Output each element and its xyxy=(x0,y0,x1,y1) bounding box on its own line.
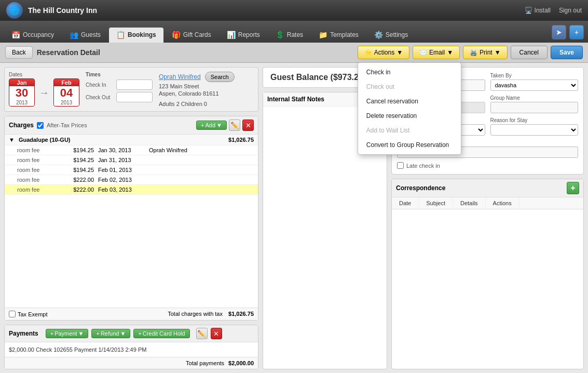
charge-row-highlighted[interactable]: room fee $222.00 Feb 03, 2013 xyxy=(5,185,258,195)
menu-delete-reservation[interactable]: Delete reservation xyxy=(358,109,461,123)
guest-address2: Aspen, Colorado 81611 xyxy=(159,90,254,97)
menu-add-waitlist: Add to Wait List xyxy=(358,123,461,138)
menu-check-out: Check out xyxy=(358,79,461,94)
refund-chevron-icon: ▼ xyxy=(120,330,126,337)
star-icon: ⭐ xyxy=(364,49,372,56)
guest-address1: 123 Main Street xyxy=(159,83,254,89)
page-title: Reservation Detail xyxy=(37,48,100,57)
date-arrow-icon: → xyxy=(39,87,49,99)
correspondence-header: Correspondence + xyxy=(392,179,583,197)
tax-exempt-row: Tax Exempt xyxy=(9,311,47,317)
signout-button[interactable]: Sign out xyxy=(559,7,582,14)
payments-body: $2,000.00 Check 102655 Payment 1/14/2013… xyxy=(5,342,258,357)
install-button[interactable]: 🖥️ Install xyxy=(525,7,551,14)
payments-edit-button[interactable]: ✏️ xyxy=(196,328,208,339)
charges-edit-button[interactable]: ✏️ xyxy=(229,119,240,131)
print-icon: 🖨️ xyxy=(470,49,477,56)
reason-select[interactable] xyxy=(490,124,579,136)
late-checkin-checkbox[interactable] xyxy=(397,162,404,169)
guest-search-button[interactable]: Search xyxy=(205,72,235,82)
plus-icon: + xyxy=(96,330,99,337)
plus-icon: + xyxy=(50,330,53,337)
app-logo: 🌐 xyxy=(6,2,23,19)
x-icon: ✕ xyxy=(245,122,251,129)
corr-tab-subject[interactable]: Subject xyxy=(419,197,453,209)
checkin-time-input[interactable] xyxy=(116,79,153,90)
charges-delete-button[interactable]: ✕ xyxy=(242,119,254,131)
templates-icon: 📁 xyxy=(319,31,327,39)
nav-tab-settings[interactable]: ⚙️ Settings xyxy=(367,28,415,43)
guests-icon: 👥 xyxy=(70,31,78,39)
chevron-down-icon: ▼ xyxy=(396,49,403,56)
payments-section: Payments + Payment ▼ + Refund ▼ + Credit… xyxy=(4,325,258,369)
guest-section: Oprah Winifred Search 123 Main Street As… xyxy=(159,72,254,107)
cancel-button[interactable]: Cancel xyxy=(511,46,548,59)
charge-row[interactable]: room fee $194.25 Jan 31, 2013 xyxy=(5,155,258,165)
charge-row[interactable]: room fee $222.00 Feb 02, 2013 xyxy=(5,175,258,185)
checkout-date-box: Feb 04 2013 xyxy=(53,78,79,106)
payments-delete-button[interactable]: ✕ xyxy=(211,328,222,339)
payment-button[interactable]: + Payment ▼ xyxy=(46,329,89,338)
nav-tab-occupancy[interactable]: 📅 Occupancy xyxy=(4,28,61,43)
checkin-date-box: Jan 30 2013 xyxy=(9,78,35,106)
email-chevron-icon: ▼ xyxy=(447,49,453,56)
nav-tab-rates[interactable]: 💲 Rates xyxy=(268,28,310,43)
after-tax-checkbox[interactable] xyxy=(37,122,44,129)
guest-name-link[interactable]: Oprah Winifred xyxy=(159,73,201,81)
correspondence-add-button[interactable]: + xyxy=(567,182,579,194)
charges-table: ▼ Guadalupe (10-GU) $1,026.75 room fee $… xyxy=(5,135,258,308)
nav-add-btn[interactable]: + xyxy=(569,25,584,39)
taken-by-select[interactable]: davasha xyxy=(490,79,579,91)
actions-menu: Check in Check out Cancel reservation De… xyxy=(358,62,461,155)
charge-row[interactable]: room fee $194.25 Jan 30, 2013 Oprah Wini… xyxy=(5,145,258,155)
save-button[interactable]: Save xyxy=(551,46,583,59)
charges-footer: Tax Exempt Total charges with tax $1,026… xyxy=(5,308,258,320)
plus-icon: + xyxy=(138,330,141,337)
taken-by-group: Taken By davasha xyxy=(490,73,579,91)
header-actions: 🖥️ Install Sign out xyxy=(525,7,582,14)
app-header: 🌐 The Hill Country Inn 🖥️ Install Sign o… xyxy=(0,0,588,21)
corr-tab-details[interactable]: Details xyxy=(453,197,486,209)
back-button[interactable]: Back xyxy=(5,46,33,59)
menu-cancel-reservation[interactable]: Cancel reservation xyxy=(358,94,461,109)
actions-dropdown-wrapper: ⭐ Actions ▼ Check in Check out Cancel re… xyxy=(358,46,409,59)
refund-button[interactable]: + Refund ▼ xyxy=(91,329,130,338)
charges-section: Charges After-Tax Prices + Add ▼ ✏️ ✕ xyxy=(4,116,258,321)
nav-tab-templates[interactable]: 📁 Templates xyxy=(311,28,366,43)
corr-tab-date[interactable]: Date xyxy=(392,197,419,209)
checkout-time-row: Check Out xyxy=(86,92,153,102)
late-checkin-row: Late check in xyxy=(397,162,578,169)
correspondence-section: Correspondence + Date Subject Details Ac… xyxy=(391,179,584,369)
tax-exempt-checkbox[interactable] xyxy=(9,311,16,317)
charges-add-button[interactable]: + Add ▼ xyxy=(196,121,227,130)
charge-row[interactable]: room fee $194.25 Feb 01, 2013 xyxy=(5,165,258,175)
actions-button[interactable]: ⭐ Actions ▼ xyxy=(358,46,409,59)
toolbar: Back Reservation Detail ⭐ Actions ▼ Chec… xyxy=(0,43,588,63)
dates-group: Dates Jan 30 2013 → Feb 04 2013 xyxy=(9,72,79,106)
menu-check-in[interactable]: Check in xyxy=(358,65,461,79)
nav-tab-gift-cards[interactable]: 🎁 Gift Cards xyxy=(165,28,218,43)
payments-header: Payments + Payment ▼ + Refund ▼ + Credit… xyxy=(5,325,258,342)
group-triangle-icon: ▼ xyxy=(9,137,15,143)
bookings-icon: 📋 xyxy=(116,31,125,39)
menu-convert-group[interactable]: Convert to Group Reservation xyxy=(358,138,461,152)
app-title: The Hill Country Inn xyxy=(28,6,525,15)
nav-arrow-btn[interactable]: ➤ xyxy=(552,25,566,39)
reason-group: Reason for Stay xyxy=(490,117,579,136)
nav-tab-reports[interactable]: 📊 Reports xyxy=(220,28,267,43)
nav-tab-bookings[interactable]: 📋 Bookings xyxy=(109,28,163,43)
pencil-icon: ✏️ xyxy=(230,122,239,129)
nav-right-actions: ➤ + xyxy=(552,25,584,43)
checkout-time-input[interactable] xyxy=(116,92,153,102)
settings-icon: ⚙️ xyxy=(374,31,383,39)
credit-card-hold-button[interactable]: + Credit Card Hold xyxy=(133,329,189,338)
date-section: Dates Jan 30 2013 → Feb 04 2013 T xyxy=(4,67,258,112)
group-name-group: Group Name xyxy=(490,95,579,113)
pencil-icon: ✏️ xyxy=(197,330,206,338)
nav-tab-guests[interactable]: 👥 Guests xyxy=(62,28,108,43)
toolbar-actions: ⭐ Actions ▼ Check in Check out Cancel re… xyxy=(358,46,583,59)
group-name-input[interactable] xyxy=(490,102,579,113)
corr-tab-actions[interactable]: Actions xyxy=(486,197,519,209)
print-button[interactable]: 🖨️ Print ▼ xyxy=(463,46,508,59)
email-button[interactable]: ✉️ Email ▼ xyxy=(413,46,460,59)
